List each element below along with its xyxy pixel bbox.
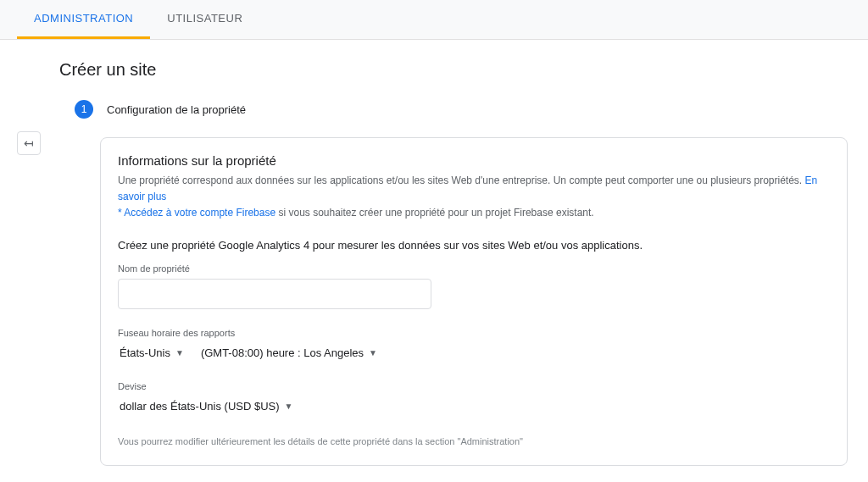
firebase-rest: si vous souhaitez créer une propriété po… (278, 207, 593, 219)
chevron-down-icon: ▼ (175, 348, 184, 357)
timezone-group: Fuseau horaire des rapports États-Unis ▼… (118, 328, 830, 363)
instruction-text: Créez une propriété Google Analytics 4 p… (118, 239, 830, 252)
step-header: 1 Configuration de la propriété (0, 100, 868, 129)
timezone-label: Fuseau horaire des rapports (118, 328, 830, 338)
property-info-card: Informations sur la propriété Une propri… (100, 137, 848, 466)
card-description: Une propriété correspond aux données sur… (118, 173, 830, 205)
country-value: États-Unis (120, 346, 170, 359)
card-title: Informations sur la propriété (118, 153, 830, 168)
card-desc-text: Une propriété correspond aux données sur… (118, 175, 802, 186)
timezone-value: (GMT-08:00) heure : Los Angeles (201, 346, 364, 359)
chevron-down-icon: ▼ (285, 402, 293, 411)
property-name-label: Nom de propriété (118, 263, 830, 274)
currency-select[interactable]: dollar des États-Unis (USD $US) ▼ (118, 396, 294, 416)
back-button[interactable]: ↤ (17, 131, 41, 155)
page-title: Créer un site (0, 40, 868, 100)
currency-group: Devise dollar des États-Unis (USD $US) ▼ (118, 381, 830, 416)
country-select[interactable]: États-Unis ▼ (118, 343, 186, 363)
timezone-select[interactable]: (GMT-08:00) heure : Los Angeles ▼ (199, 343, 379, 363)
edit-later-note: Vous pourrez modifier ultérieurement les… (118, 436, 830, 446)
content: Créer un site ↤ 1 Configuration de la pr… (0, 40, 868, 482)
currency-value: dollar des États-Unis (USD $US) (120, 400, 280, 413)
firebase-line: * Accédez à votre compte Firebase si vou… (118, 207, 830, 219)
firebase-prefix: * (118, 207, 122, 219)
back-icon: ↤ (24, 136, 34, 150)
timezone-row: États-Unis ▼ (GMT-08:00) heure : Los Ang… (118, 343, 830, 363)
step-number: 1 (75, 100, 93, 119)
tab-utilisateur[interactable]: UTILISATEUR (150, 0, 259, 39)
property-name-input[interactable] (118, 279, 431, 309)
tab-administration[interactable]: ADMINISTRATION (17, 0, 150, 39)
tabs-bar: ADMINISTRATION UTILISATEUR (0, 0, 868, 40)
firebase-link[interactable]: Accédez à votre compte Firebase (124, 207, 275, 219)
currency-label: Devise (118, 381, 830, 391)
chevron-down-icon: ▼ (369, 348, 377, 357)
step-title: Configuration de la propriété (107, 103, 246, 116)
